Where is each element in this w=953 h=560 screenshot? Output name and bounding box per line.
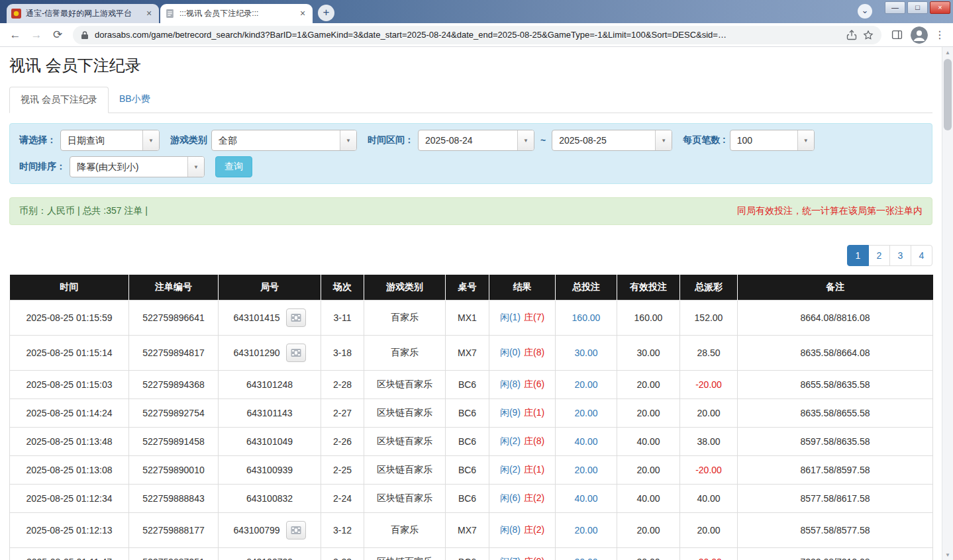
forward-icon[interactable]: → [26,25,46,45]
cell-table-number: BC6 [446,428,489,456]
total-bet-link[interactable]: 20.00 [574,557,597,560]
cell-remark: 7232.08/7212.08 [738,548,933,560]
round-number: 643101049 [246,436,293,447]
filter-group-game-kind: 游戏类别 全部 ▼ [170,130,357,151]
result-banker: 庄(9) [524,556,544,560]
column-header: 有效投注 [617,275,680,301]
address-bar[interactable]: dorasabs.com/game/betrecord_search/kind3… [73,26,881,44]
browser-tab-betrecord[interactable]: :::视讯 会员下注纪录::: × [160,4,313,23]
total-bet-link[interactable]: 30.00 [574,348,597,358]
menu-icon[interactable]: ⋮ [932,28,948,41]
column-header: 结果 [489,275,556,301]
tab-betrecord[interactable]: 视讯 会员下注纪录 [9,87,109,113]
window-close-button[interactable]: × [930,1,950,14]
cell-table-number: BC6 [446,399,489,428]
url-text: dorasabs.com/game/betrecord_search/kind3… [95,30,840,40]
cell-round: 643100799 [219,513,321,548]
scroll-up-icon[interactable]: ▲ [942,47,953,58]
pagination: 1234 [9,245,932,266]
result-player: 闲(6) [500,492,521,503]
cell-bet-id: 522759891458 [129,428,219,456]
table-row: 2025-08-25 01:12:34 522759888843 6431008… [10,485,933,513]
cell-round: 643101415 [219,301,321,336]
back-icon[interactable]: ← [5,25,25,45]
scrollbar-thumb[interactable] [944,59,952,130]
scroll-down-icon[interactable]: ▼ [942,549,953,560]
cell-bet-id: 522759894368 [129,371,219,399]
table-row: 2025-08-25 01:13:08 522759890010 6431009… [10,456,933,485]
date-end-select[interactable]: 2025-08-25 ▼ [552,130,672,151]
cell-time: 2025-08-25 01:15:14 [10,336,129,371]
result-player: 闲(2) [500,464,521,475]
search-button[interactable]: 查询 [215,156,252,177]
cell-payout: -20.00 [680,371,738,399]
table-row: 2025-08-25 01:14:24 522759892754 6431011… [10,399,933,428]
pagination-page-3[interactable]: 3 [889,245,911,266]
sort-select[interactable]: 降幂(由大到小) ▼ [70,156,205,177]
total-bet-link[interactable]: 20.00 [574,408,597,418]
new-tab-button[interactable]: + [318,5,334,21]
video-replay-button[interactable] [286,521,306,539]
cell-time: 2025-08-25 01:15:03 [10,371,129,399]
page-viewport: 视讯 会员下注纪录 视讯 会员下注纪录 BB小费 请选择： 日期查询 ▼ 游戏类… [0,47,953,560]
cell-table-number: BC6 [446,456,489,485]
table-row: 2025-08-25 01:15:03 522759894368 6431012… [10,371,933,399]
total-bet-link[interactable]: 20.00 [574,379,597,390]
cell-time: 2025-08-25 01:11:47 [10,548,129,560]
chevron-down-icon[interactable]: ▼ [797,130,814,150]
total-bet-link[interactable]: 160.00 [572,312,601,323]
cell-bet-id: 522759892754 [129,399,219,428]
column-header: 总投注 [556,275,617,301]
total-bet-link[interactable]: 20.00 [574,525,597,536]
chevron-down-icon[interactable]: ▼ [142,130,159,150]
cell-bet-id: 522759896641 [129,301,219,336]
column-header: 总派彩 [680,275,738,301]
tab-search-chevron-icon[interactable]: ⌄ [858,4,872,19]
filter-group-sort: 时间排序： 降幂(由大到小) ▼ [19,156,205,177]
chevron-down-icon[interactable]: ▼ [517,130,534,150]
cell-session: 2-24 [321,485,364,513]
profile-avatar[interactable] [911,26,928,44]
query-type-select[interactable]: 日期查询 ▼ [60,130,160,151]
total-bet-link[interactable]: 20.00 [574,465,597,475]
total-bet-link[interactable]: 40.00 [574,436,597,447]
cell-total-bet: 160.00 [556,301,617,336]
cell-total-bet: 30.00 [556,336,617,371]
pagination-page-2[interactable]: 2 [868,245,890,266]
side-panel-icon[interactable] [887,25,907,45]
round-number: 643100939 [246,465,293,475]
cell-time: 2025-08-25 01:15:59 [10,301,129,336]
pagination-page-1[interactable]: 1 [847,245,869,266]
game-kind-select[interactable]: 全部 ▼ [211,130,357,151]
pagination-page-4[interactable]: 4 [911,245,932,266]
cell-game-kind: 区块链百家乐 [364,548,446,560]
reload-icon[interactable]: ⟳ [48,25,68,45]
date-start-select[interactable]: 2025-08-24 ▼ [418,130,534,151]
bookmark-star-icon[interactable] [863,30,874,40]
chevron-down-icon[interactable]: ▼ [187,157,204,177]
page-size-select[interactable]: 100 ▼ [730,130,815,151]
date-start-value: 2025-08-24 [419,130,517,150]
video-replay-button[interactable] [286,308,306,327]
chevron-down-icon[interactable]: ▼ [340,130,356,150]
column-header: 时间 [10,275,129,301]
video-replay-button[interactable] [286,344,306,362]
tab-close-icon[interactable]: × [144,9,154,19]
summary-bar: 币别：人民币 | 总共 :357 注单 | 同局有效投注，统一计算在该局第一张注… [9,197,932,225]
filter-row-2: 时间排序： 降幂(由大到小) ▼ 查询 [19,156,923,177]
column-header: 场次 [321,275,364,301]
tab-close-icon[interactable]: × [297,9,308,19]
cell-remark: 8664.08/8816.08 [738,301,933,336]
browser-tab-tongbao[interactable]: 通宝-信誉最好的网上游戏平台 × [7,4,159,23]
total-bet-link[interactable]: 40.00 [574,493,597,504]
vertical-scrollbar[interactable]: ▲ ▼ [942,47,953,560]
tab-bb-tip[interactable]: BB小费 [109,87,161,113]
share-icon[interactable] [846,30,857,40]
window-maximize-button[interactable]: □ [907,1,928,14]
cell-remark: 8577.58/8617.58 [738,485,933,513]
window-minimize-button[interactable]: — [885,1,905,14]
page-size-label: 每页笔数 : [683,134,726,146]
result-banker: 庄(8) [524,436,544,446]
chevron-down-icon[interactable]: ▼ [655,130,672,150]
cell-total-bet: 20.00 [556,513,617,548]
